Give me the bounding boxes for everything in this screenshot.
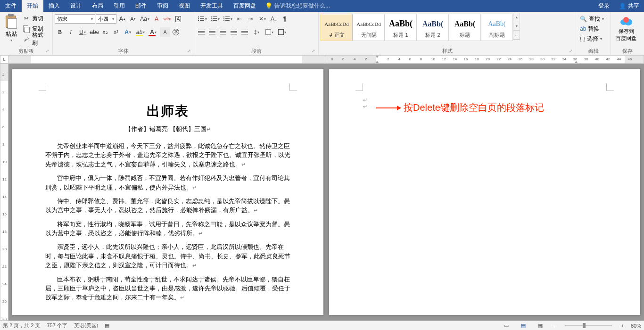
tab-selector[interactable]: L [0,55,8,64]
enclose-char-button[interactable]: 字 [171,27,181,37]
doc-paragraph: 侍中、侍郎郭攸之、费祎、董允等，此皆良实，志虑忠纯，是以先帝简拔以遗陛下。愚以为… [45,197,290,215]
zoom-slider[interactable] [565,325,612,326]
bullets-icon [198,16,205,22]
borders-button[interactable]: ▾ [276,27,288,37]
doc-paragraph: 先帝创业未半而中道崩殂，今天下三分，益州疲弊，此诚危急存亡之秋也。然侍卫之臣不懈… [45,142,290,169]
style-card-4[interactable]: AaBb(标题 [449,14,481,41]
italic-button[interactable]: I [66,27,76,37]
paste-icon [4,14,19,29]
style-card-0[interactable]: AaBbCcDd↲ 正文 [321,14,353,41]
numbering-button[interactable]: ▾ [209,14,221,24]
text-effects-button[interactable]: A▾ [122,27,134,37]
view-web-button[interactable]: ▦ [535,322,545,330]
highlight-button[interactable]: ab▾ [134,27,147,37]
view-read-button[interactable]: ▭ [501,322,512,330]
shrink-font-button[interactable]: A▾ [128,14,138,24]
align-center-button[interactable] [207,27,217,37]
format-painter-button[interactable]: 格式刷 [23,34,49,44]
char-shading-button[interactable]: A [160,27,170,37]
align-justify-icon [231,30,237,35]
view-print-button[interactable]: ▤ [518,322,528,330]
styles-launcher[interactable]: ⤢ [569,49,575,54]
font-family-select[interactable]: 仿宋▾ [55,14,95,24]
menu-developer[interactable]: 开发工具 [195,0,228,12]
style-card-5[interactable]: AaBb(副标题 [481,14,513,41]
login-button[interactable]: 登录 [594,2,614,10]
align-center-icon [209,30,215,35]
numbering-icon [211,16,217,22]
menu-references[interactable]: 引用 [108,0,130,12]
annotation: 按Delete键删除空白页的段落标记 [376,101,544,114]
tell-me-search[interactable]: 💡告诉我您想要做什么... [265,2,330,10]
menu-mailings[interactable]: 邮件 [130,0,152,12]
vruler[interactable]: 2246810121416182022242628 [0,64,8,321]
zoom-in-button[interactable]: + [621,323,624,329]
multilevel-icon [223,16,230,22]
align-distribute-button[interactable] [239,27,250,37]
status-lang[interactable]: 英语(美国) [74,322,98,329]
superscript-button[interactable]: x² [111,27,121,37]
subscript-button[interactable]: x₂ [100,27,110,37]
clipboard-launcher[interactable]: ⤢ [46,49,51,54]
share-button[interactable]: 👤共享 [614,2,644,10]
paste-button[interactable]: 粘贴 ▾ [2,13,21,43]
status-macro-icon[interactable]: ▦ [105,322,109,329]
find-button[interactable]: 🔍查找▾ [580,14,604,24]
clear-format-button[interactable]: A̶ [151,14,162,24]
menu-view[interactable]: 视图 [173,0,195,12]
bullets-button[interactable]: ▾ [196,14,208,24]
status-words[interactable]: 757 个字 [47,322,67,329]
font-launcher[interactable]: ⤢ [187,49,193,54]
page-2[interactable]: ↵↵ 按Delete键删除空白页的段落标记 [329,69,640,315]
align-justify-button[interactable] [229,27,239,37]
doc-subtitle: 【作者】诸葛亮 【朝代】三国↵ [45,125,290,133]
underline-button[interactable]: U▾ [76,27,89,37]
menu-file[interactable]: 文件 [0,0,22,12]
pinyin-guide-button[interactable]: wén [162,14,173,24]
style-card-1[interactable]: AaBbCcDd无间隔 [353,14,385,41]
group-editing: 🔍查找▾ ab替换 ⬚选择▾ 编辑 [576,12,611,55]
menu-bar: 文件 开始 插入 设计 布局 引用 邮件 审阅 视图 开发工具 百度网盘 💡告诉… [0,0,644,12]
font-color-button[interactable]: A▾ [147,27,159,37]
menu-home[interactable]: 开始 [22,0,43,12]
strike-button[interactable]: abc [89,27,99,37]
menu-baidu[interactable]: 百度网盘 [228,0,261,12]
replace-icon: ab [580,25,586,32]
hruler-left[interactable] [8,55,325,64]
bold-button[interactable]: B [55,27,65,37]
hruler-right[interactable]: 8642246810121416182022242628303234363840… [325,55,644,64]
save-baidu-button[interactable]: 保存到 百度网盘 [613,13,639,43]
menu-layout[interactable]: 布局 [87,0,108,12]
multilevel-button[interactable]: ▾ [222,14,234,24]
indent-inc-button[interactable]: ⇥ [245,14,256,24]
sort-button[interactable]: A↓ [269,14,279,24]
align-right-button[interactable] [218,27,228,37]
styles-scroll[interactable]: ▴▾⌄ [513,13,520,40]
cut-button[interactable]: 剪切 [23,14,49,23]
page-1[interactable]: 出师表 【作者】诸葛亮 【朝代】三国↵ 先帝创业未半而中道崩殂，今天下三分，益州… [12,69,323,315]
indent-dec-button[interactable]: ⇤ [234,14,245,24]
menu-design[interactable]: 设计 [65,0,87,12]
zoom-out-button[interactable]: − [552,323,555,329]
status-page[interactable]: 第 2 页，共 2 页 [3,322,40,329]
paragraph-launcher[interactable]: ⤢ [312,49,317,54]
change-case-button[interactable]: Aa▾ [139,14,151,24]
zoom-value[interactable]: 80% [631,323,641,329]
show-marks-button[interactable]: ¶ [280,14,290,24]
doc-paragraph: 臣本布衣，躬耕于南阳，苟全性命于乱世，不求闻达于诸侯。先帝不以臣卑鄙，猥自枉屈，… [45,275,290,303]
style-card-3[interactable]: AaBb(标题 2 [417,14,449,41]
menu-review[interactable]: 审阅 [152,0,173,12]
grow-font-button[interactable]: A▴ [117,14,127,24]
align-left-button[interactable] [196,27,206,37]
menu-insert[interactable]: 插入 [43,0,65,12]
replace-button[interactable]: ab替换 [580,24,604,33]
select-button[interactable]: ⬚选择▾ [580,34,604,43]
shading-button[interactable]: ▾ [263,27,275,37]
style-card-2[interactable]: AaBb(标题 1 [385,14,417,41]
text-direction-button[interactable]: ✕▾ [256,14,268,24]
font-size-select[interactable]: 小四▾ [96,14,116,24]
char-border-button[interactable]: A [173,14,183,24]
group-paragraph: ▾ ▾ ▾ ⇤ ⇥ ✕▾ A↓ ¶ ‡▾ ▾ ▾ 段落 ⤢ [194,12,319,55]
group-styles: AaBbCcDd↲ 正文AaBbCcDd无间隔AaBb(标题 1AaBb(标题 … [319,12,576,55]
line-spacing-button[interactable]: ‡▾ [250,27,263,37]
